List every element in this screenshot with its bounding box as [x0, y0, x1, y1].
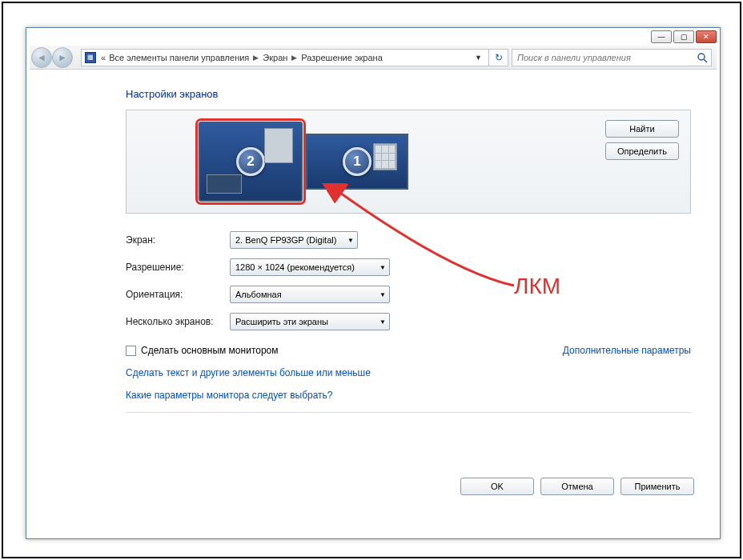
svg-point-0 — [698, 54, 705, 60]
search-input[interactable] — [512, 53, 693, 62]
orientation-dropdown-value: Альбомная — [235, 290, 282, 299]
chevron-down-icon: ▼ — [341, 237, 354, 244]
resolution-dropdown[interactable]: 1280 × 1024 (рекомендуется) ▼ — [230, 258, 390, 276]
label-orientation: Ориентация: — [126, 289, 230, 300]
monitor-preview-window-icon — [264, 128, 293, 163]
breadcrumb-dropdown-icon[interactable]: ▼ — [472, 54, 485, 62]
cancel-button[interactable]: Отмена — [540, 478, 614, 495]
breadcrumb-seg-3[interactable]: Разрешение экрана — [299, 53, 384, 62]
chevron-right-icon: ▶ — [289, 54, 299, 62]
search-box[interactable] — [512, 49, 712, 66]
screen-dropdown-value: 2. BenQ FP93GP (Digital) — [235, 235, 336, 245]
nav-forward-button[interactable]: ► — [52, 47, 73, 68]
svg-line-1 — [704, 59, 707, 62]
window-frame: — ▢ ✕ ◄ ► ▦ « Все элементы панели управл… — [26, 27, 721, 539]
dialog-footer: OK Отмена Применить — [460, 478, 694, 495]
chevron-down-icon: ▼ — [373, 264, 386, 271]
search-icon[interactable] — [693, 50, 711, 66]
refresh-button[interactable]: ↻ — [489, 49, 508, 66]
divider — [126, 412, 691, 413]
make-primary-checkbox[interactable] — [126, 346, 136, 356]
text-size-link[interactable]: Сделать текст и другие элементы больше и… — [126, 367, 691, 378]
maximize-button[interactable]: ▢ — [673, 30, 694, 43]
page-title: Настройки экранов — [126, 88, 691, 100]
which-params-link[interactable]: Какие параметры монитора следует выбрать… — [126, 390, 691, 401]
monitor-1-badge: 1 — [343, 147, 372, 176]
monitor-2-badge: 2 — [236, 147, 265, 176]
minimize-button[interactable]: — — [651, 30, 672, 43]
breadcrumb[interactable]: ▦ « Все элементы панели управления ▶ Экр… — [81, 49, 489, 66]
multiple-displays-dropdown[interactable]: Расширить эти экраны ▼ — [230, 313, 390, 330]
content-area: Настройки экранов 2 1 Найти Определить Э… — [30, 72, 717, 535]
monitor-1[interactable]: 1 — [306, 134, 408, 190]
chevron-right-icon: ▶ — [251, 54, 261, 62]
breadcrumb-seg-2[interactable]: Экран — [261, 53, 289, 62]
apply-button[interactable]: Применить — [621, 478, 694, 495]
monitor-2[interactable]: 2 — [199, 122, 303, 202]
find-button[interactable]: Найти — [605, 120, 679, 138]
ok-button[interactable]: OK — [460, 478, 534, 495]
label-resolution: Разрешение: — [126, 262, 230, 273]
close-button[interactable]: ✕ — [696, 30, 717, 43]
label-multiple: Несколько экранов: — [126, 316, 230, 327]
orientation-dropdown[interactable]: Альбомная ▼ — [230, 286, 390, 303]
identify-button[interactable]: Определить — [605, 142, 679, 160]
advanced-settings-link[interactable]: Дополнительные параметры — [563, 345, 691, 356]
label-screen: Экран: — [126, 234, 230, 246]
breadcrumb-seg-1[interactable]: Все элементы панели управления — [107, 53, 251, 62]
control-panel-icon: ▦ — [85, 52, 96, 63]
navigation-bar: ◄ ► ▦ « Все элементы панели управления ▶… — [30, 46, 717, 70]
monitor-arrangement-area[interactable]: 2 1 Найти Определить — [126, 110, 691, 214]
multiple-displays-value: Расширить эти экраны — [235, 317, 328, 326]
monitor-preview-keypad-icon — [373, 143, 397, 170]
chevron-down-icon: ▼ — [373, 291, 386, 298]
make-primary-label: Сделать основным монитором — [141, 345, 279, 356]
chevron-down-icon: ▼ — [373, 318, 386, 326]
annotation-label: ЛКМ — [514, 274, 560, 299]
monitor-preview-taskbar-icon — [207, 174, 242, 194]
nav-back-button[interactable]: ◄ — [31, 47, 52, 68]
breadcrumb-prefix: « — [99, 53, 107, 62]
resolution-dropdown-value: 1280 × 1024 (рекомендуется) — [235, 262, 355, 272]
screen-dropdown[interactable]: 2. BenQ FP93GP (Digital) ▼ — [230, 231, 358, 249]
window-controls: — ▢ ✕ — [651, 30, 717, 43]
